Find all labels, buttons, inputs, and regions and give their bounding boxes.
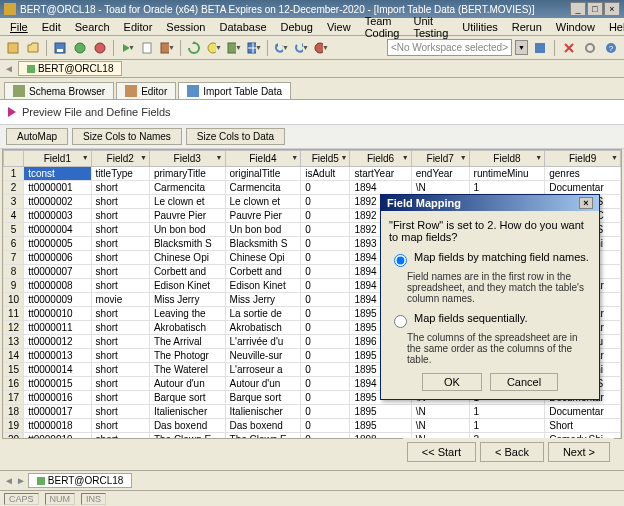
data-cell[interactable]: The Arrival bbox=[149, 335, 225, 349]
data-cell[interactable]: 0 bbox=[301, 223, 350, 237]
data-cell[interactable]: tt0000019 bbox=[24, 433, 91, 440]
tab-import-table-data[interactable]: Import Table Data bbox=[178, 82, 291, 99]
data-cell[interactable]: startYear bbox=[350, 167, 411, 181]
dialog-cancel-button[interactable]: Cancel bbox=[490, 373, 558, 391]
data-cell[interactable]: short bbox=[91, 307, 149, 321]
conn-nav-left-icon[interactable]: ◄ bbox=[4, 63, 14, 74]
data-cell[interactable]: La sortie de bbox=[225, 307, 301, 321]
row-number-cell[interactable]: 8 bbox=[4, 265, 24, 279]
data-cell[interactable]: short bbox=[91, 391, 149, 405]
data-cell[interactable]: 0 bbox=[301, 391, 350, 405]
data-cell[interactable]: movie bbox=[91, 293, 149, 307]
data-cell[interactable]: The Clown E bbox=[225, 433, 301, 440]
workspace-combo[interactable]: <No Workspace selected> bbox=[387, 39, 512, 56]
row-number-cell[interactable]: 9 bbox=[4, 279, 24, 293]
data-cell[interactable]: 1894 bbox=[350, 181, 411, 195]
data-cell[interactable]: short bbox=[91, 223, 149, 237]
data-cell[interactable]: tt0000012 bbox=[24, 335, 91, 349]
save-icon[interactable] bbox=[51, 39, 69, 57]
data-cell[interactable]: The Clown E bbox=[149, 433, 225, 440]
row-number-cell[interactable]: 12 bbox=[4, 321, 24, 335]
data-cell[interactable]: 1 bbox=[469, 181, 545, 195]
data-cell[interactable]: Chinese Opi bbox=[225, 251, 301, 265]
data-cell[interactable]: Neuville-sur bbox=[225, 349, 301, 363]
data-cell[interactable]: short bbox=[91, 181, 149, 195]
menu-team-coding[interactable]: Team Coding bbox=[359, 14, 406, 40]
new-connection-icon[interactable] bbox=[4, 39, 22, 57]
undo-icon[interactable]: ▼ bbox=[272, 39, 290, 57]
data-cell[interactable]: Blacksmith S bbox=[149, 237, 225, 251]
menu-unit-testing[interactable]: Unit Testing bbox=[407, 14, 454, 40]
data-cell[interactable]: tconst bbox=[24, 167, 91, 181]
data-cell[interactable]: 0 bbox=[301, 279, 350, 293]
data-cell[interactable]: tt0000011 bbox=[24, 321, 91, 335]
data-cell[interactable]: Corbett and bbox=[225, 265, 301, 279]
data-cell[interactable]: \N bbox=[411, 181, 469, 195]
column-header[interactable]: Field7▼ bbox=[411, 151, 469, 167]
table-row[interactable]: 19tt0000018shortDas boxendDas boxend0189… bbox=[4, 419, 621, 433]
data-cell[interactable]: 0 bbox=[301, 377, 350, 391]
data-cell[interactable]: Akrobatisch bbox=[149, 321, 225, 335]
column-header[interactable]: Field9▼ bbox=[545, 151, 621, 167]
data-cell[interactable]: Autour d'un bbox=[149, 377, 225, 391]
close-button[interactable]: × bbox=[604, 2, 620, 16]
menu-search[interactable]: Search bbox=[69, 20, 116, 34]
data-cell[interactable]: 0 bbox=[301, 321, 350, 335]
data-cell[interactable]: short bbox=[91, 405, 149, 419]
tab-schema-browser[interactable]: Schema Browser bbox=[4, 82, 114, 99]
data-cell[interactable]: tt0000003 bbox=[24, 209, 91, 223]
column-header[interactable]: Field5▼ bbox=[301, 151, 350, 167]
data-cell[interactable]: short bbox=[91, 377, 149, 391]
radio-input-match[interactable] bbox=[394, 254, 407, 267]
data-cell[interactable]: L'arroseur a bbox=[225, 363, 301, 377]
menu-edit[interactable]: Edit bbox=[36, 20, 67, 34]
data-cell[interactable]: endYear bbox=[411, 167, 469, 181]
redo-icon[interactable]: ▼ bbox=[292, 39, 310, 57]
data-cell[interactable]: tt0000013 bbox=[24, 349, 91, 363]
data-cell[interactable]: Barque sort bbox=[149, 391, 225, 405]
data-cell[interactable]: short bbox=[91, 279, 149, 293]
data-cell[interactable]: 0 bbox=[301, 363, 350, 377]
maximize-button[interactable]: □ bbox=[587, 2, 603, 16]
data-cell[interactable]: originalTitle bbox=[225, 167, 301, 181]
menu-utilities[interactable]: Utilities bbox=[456, 20, 503, 34]
data-cell[interactable]: Corbett and bbox=[149, 265, 225, 279]
data-cell[interactable]: short bbox=[91, 433, 149, 440]
data-cell[interactable]: Un bon bod bbox=[225, 223, 301, 237]
row-number-cell[interactable]: 5 bbox=[4, 223, 24, 237]
open-icon[interactable] bbox=[24, 39, 42, 57]
data-cell[interactable]: tt0000004 bbox=[24, 223, 91, 237]
minimize-button[interactable]: _ bbox=[570, 2, 586, 16]
data-cell[interactable]: short bbox=[91, 265, 149, 279]
data-cell[interactable]: short bbox=[91, 363, 149, 377]
data-cell[interactable]: L'arrivée d'u bbox=[225, 335, 301, 349]
debug-icon[interactable]: ▼ bbox=[312, 39, 330, 57]
data-cell[interactable]: Das boxend bbox=[149, 419, 225, 433]
browser-icon[interactable]: ▼ bbox=[225, 39, 243, 57]
menu-session[interactable]: Session bbox=[160, 20, 211, 34]
data-cell[interactable]: 0 bbox=[301, 265, 350, 279]
data-cell[interactable]: tt0000018 bbox=[24, 419, 91, 433]
table-icon[interactable]: ▼ bbox=[245, 39, 263, 57]
size-cols-data-button[interactable]: Size Cols to Data bbox=[186, 128, 285, 145]
data-cell[interactable]: Barque sort bbox=[225, 391, 301, 405]
menu-help[interactable]: Help bbox=[603, 20, 624, 34]
data-cell[interactable]: tt0000017 bbox=[24, 405, 91, 419]
next-button[interactable]: Next > bbox=[548, 442, 610, 462]
menu-editor[interactable]: Editor bbox=[118, 20, 159, 34]
data-cell[interactable]: short bbox=[91, 209, 149, 223]
column-header[interactable]: Field8▼ bbox=[469, 151, 545, 167]
data-cell[interactable]: Miss Jerry bbox=[149, 293, 225, 307]
data-cell[interactable]: short bbox=[91, 251, 149, 265]
data-cell[interactable]: Akrobatisch bbox=[225, 321, 301, 335]
data-cell[interactable]: tt0000010 bbox=[24, 307, 91, 321]
data-cell[interactable]: Autour d'un bbox=[225, 377, 301, 391]
data-cell[interactable]: short bbox=[91, 349, 149, 363]
data-cell[interactable]: Un bon bod bbox=[149, 223, 225, 237]
data-cell[interactable]: 0 bbox=[301, 405, 350, 419]
rollback-icon[interactable] bbox=[91, 39, 109, 57]
data-cell[interactable]: Blacksmith S bbox=[225, 237, 301, 251]
row-number-cell[interactable]: 16 bbox=[4, 377, 24, 391]
data-cell[interactable]: Italienischer bbox=[225, 405, 301, 419]
data-cell[interactable]: short bbox=[91, 419, 149, 433]
